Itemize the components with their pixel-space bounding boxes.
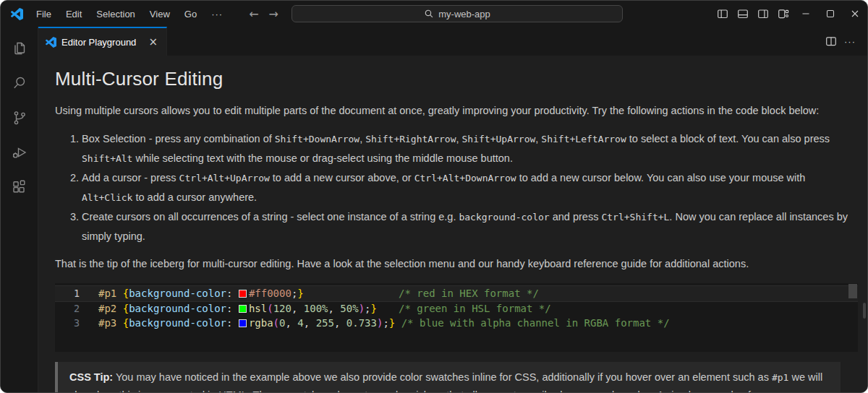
menu-edit[interactable]: Edit [59, 6, 89, 22]
editor-actions: ··· [825, 27, 867, 56]
tab-label: Editor Playground [61, 37, 136, 48]
customize-layout-icon[interactable] [773, 1, 793, 27]
search-icon [424, 9, 434, 19]
run-debug-icon[interactable] [1, 135, 38, 170]
menu-more-button[interactable]: ··· [204, 6, 230, 22]
search-value: my-web-app [438, 9, 490, 20]
page-scrollbar-thumb[interactable] [863, 303, 866, 319]
code-line[interactable]: 1#p1 {background-color: #ff0000;}/* red … [55, 286, 858, 301]
titlebar-actions [712, 1, 867, 27]
tab-editor-playground[interactable]: Editor Playground × [38, 27, 167, 56]
editor-tab-bar: Editor Playground × ··· [38, 27, 867, 56]
list-item: Create cursors on all occurrences of a s… [82, 207, 856, 246]
code-line[interactable]: 2#p2 {background-color: hsl(120, 100%, 5… [55, 301, 858, 316]
list-item: Add a cursor - press Ctrl+Alt+UpArrow to… [82, 168, 856, 207]
vscode-window: FileEditSelectionViewGo ··· ← → my-web-a… [0, 0, 868, 393]
list-item: Box Selection - press any combination of… [82, 129, 856, 168]
menu-go[interactable]: Go [177, 6, 204, 22]
line-number: 1 [55, 286, 98, 301]
line-number: 2 [55, 301, 98, 316]
tab-close-icon[interactable]: × [145, 36, 161, 48]
maximize-icon[interactable] [818, 1, 843, 27]
css-code-editor[interactable]: 1#p1 {background-color: #ff0000;}/* red … [55, 283, 858, 352]
minimize-icon[interactable] [793, 1, 818, 27]
back-arrow-icon[interactable]: ← [249, 7, 258, 21]
line-number: 3 [55, 316, 98, 331]
page-title: Multi-Cursor Editing [55, 68, 856, 90]
toggle-primary-sidebar-icon[interactable] [712, 1, 733, 27]
window-close-icon[interactable] [843, 1, 867, 27]
menu-file[interactable]: File [29, 6, 59, 22]
menu-bar: FileEditSelectionViewGo [29, 6, 204, 22]
outro-paragraph: That is the tip of the iceberg for multi… [55, 256, 856, 272]
command-center-search[interactable]: my-web-app [292, 5, 623, 22]
vscode-file-icon [46, 37, 56, 48]
editor-playground-page: Multi-Cursor Editing Using multiple curs… [38, 56, 867, 392]
forward-arrow-icon[interactable]: → [269, 7, 278, 21]
toggle-secondary-sidebar-icon[interactable] [753, 1, 773, 27]
activity-bar [1, 27, 38, 392]
color-swatch[interactable] [239, 319, 247, 327]
split-editor-icon[interactable] [825, 35, 837, 47]
history-nav: ← → [249, 7, 278, 21]
color-swatch[interactable] [239, 305, 247, 313]
explorer-icon[interactable] [1, 31, 38, 66]
instructions-list: Box Selection - press any combination of… [55, 129, 856, 246]
code-comment: /* red in HEX format */ [399, 286, 539, 301]
menu-selection[interactable]: Selection [89, 6, 142, 22]
color-swatch[interactable] [239, 290, 247, 298]
source-control-icon[interactable] [1, 100, 38, 135]
extensions-icon[interactable] [1, 170, 38, 204]
more-actions-icon[interactable]: ··· [840, 36, 860, 47]
vscode-logo-icon [11, 8, 23, 20]
intro-paragraph: Using multiple cursors allows you to edi… [55, 103, 856, 118]
code-line[interactable]: 3#p3 {background-color: rgba(0, 4, 255, … [55, 316, 858, 331]
title-bar: FileEditSelectionViewGo ··· ← → my-web-a… [1, 1, 867, 27]
code-scrollbar-thumb[interactable] [848, 284, 857, 298]
toggle-panel-icon[interactable] [733, 1, 753, 27]
search-icon[interactable] [1, 66, 38, 100]
menu-view[interactable]: View [142, 6, 177, 22]
code-comment: /* blue with alpha channel in RGBA forma… [395, 317, 669, 329]
css-tip-blockquote: CSS Tip: You may have noticed in the exa… [55, 362, 841, 392]
code-comment: /* green in HSL format */ [399, 301, 551, 316]
